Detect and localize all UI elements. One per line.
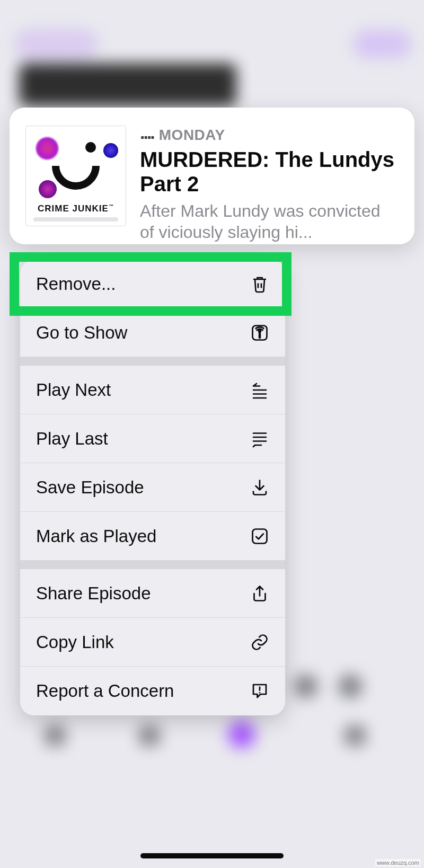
episode-preview-card[interactable]: CRIME JUNKIE™ ....MONDAY MURDERED: The L…: [10, 108, 414, 244]
menu-label: Copy Link: [36, 632, 114, 652]
checkbox-icon: [250, 527, 269, 546]
episode-text-block: ....MONDAY MURDERED: The Lundys Part 2 A…: [140, 126, 399, 226]
menu-item-save-episode[interactable]: Save Episode: [20, 463, 285, 512]
watermark-text: www.deuzq.com: [375, 859, 421, 866]
menu-label: Play Next: [36, 380, 111, 400]
artwork-brand-text: CRIME JUNKIE™: [38, 203, 114, 214]
edit-button-blurred: [353, 30, 411, 58]
download-progress-bar: [33, 217, 118, 222]
report-icon: [250, 681, 269, 701]
svg-rect-2: [253, 529, 267, 543]
menu-item-report-concern[interactable]: Report a Concern: [20, 667, 285, 715]
menu-item-go-to-show[interactable]: Go to Show: [20, 308, 285, 357]
trash-icon: [250, 274, 269, 294]
tab-icon-blurred: [139, 725, 160, 746]
menu-label: Remove...: [36, 274, 116, 294]
menu-label: Play Last: [36, 429, 108, 449]
menu-separator: [20, 357, 285, 366]
menu-label: Report a Concern: [36, 681, 174, 701]
play-last-icon: [250, 429, 269, 448]
bg-dot: [338, 674, 363, 698]
episode-title: MURDERED: The Lundys Part 2: [140, 147, 399, 196]
menu-item-mark-as-played[interactable]: Mark as Played: [20, 512, 285, 561]
bg-dot: [294, 674, 318, 698]
menu-label: Save Episode: [36, 477, 144, 498]
menu-label: Go to Show: [36, 323, 127, 343]
tab-icon-active-blurred: [228, 721, 255, 748]
home-indicator[interactable]: [140, 853, 284, 858]
tab-icon-blurred: [344, 725, 366, 746]
menu-item-share-episode[interactable]: Share Episode: [20, 569, 285, 618]
download-icon: [250, 478, 269, 497]
playing-indicator-icon: ....: [140, 122, 154, 143]
link-icon: [250, 633, 269, 652]
menu-item-play-last[interactable]: Play Last: [20, 414, 285, 463]
episode-description: After Mark Lundy was convicted of viciou…: [140, 200, 399, 243]
menu-label: Share Episode: [36, 583, 151, 604]
menu-separator: [20, 561, 285, 569]
tab-icon-blurred: [45, 725, 66, 746]
menu-item-remove[interactable]: Remove...: [20, 260, 285, 308]
episode-date: MONDAY: [159, 127, 225, 143]
podcast-artwork: CRIME JUNKIE™: [25, 126, 126, 226]
play-next-icon: [250, 380, 269, 400]
share-icon: [250, 584, 269, 603]
podcasts-icon: [250, 323, 269, 342]
menu-item-play-next[interactable]: Play Next: [20, 366, 285, 414]
page-title-blurred: [19, 64, 236, 106]
back-button-blurred: [15, 30, 98, 58]
context-menu: Remove... Go to Show Play Next Play Last…: [20, 260, 285, 715]
menu-item-copy-link[interactable]: Copy Link: [20, 618, 285, 667]
menu-label: Mark as Played: [36, 526, 156, 546]
